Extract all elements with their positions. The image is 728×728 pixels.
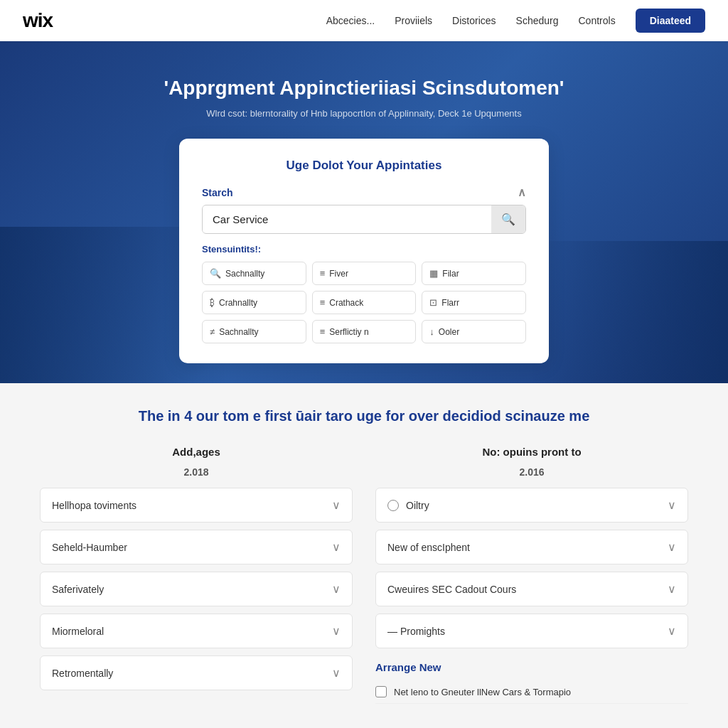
accordion-item-1[interactable]: Seheld-Haumber ∨ [40,530,353,564]
filter-chip-8[interactable]: ↓ Ooler [422,320,526,343]
filter-chip-7[interactable]: ≡ Serflictiy n [312,320,417,343]
arrange-title: Arrange New [375,661,688,673]
hero-title: 'Apprgment Appinctieriiasi Scinsdutomen' [164,75,564,101]
filter-chip-0[interactable]: 🔍 Sachnallty [202,262,306,285]
notequal-icon: ≠ [210,326,215,337]
nav-link-5[interactable]: Controls [579,15,616,26]
left-column: Add,ages 2.018 Hellhopa toviments ∨ Sehe… [40,446,353,704]
filter-chip-1[interactable]: ≡ Fiver [312,262,417,285]
accordion-item-2[interactable]: Saferivately ∨ [40,572,353,606]
checkbox-0[interactable] [375,686,387,697]
grid-icon: ▦ [429,268,438,279]
two-column-layout: Add,ages 2.018 Hellhopa toviments ∨ Sehe… [40,446,688,704]
radio-circle[interactable] [387,500,399,511]
search-button[interactable]: 🔍 [491,205,525,233]
bold-icon: ₿ [210,297,215,308]
wix-logo: wix [23,9,53,32]
chevron-down-icon: ∨ [668,498,676,512]
nav-links: Abcecies... Proviiels Distorices Schedur… [326,9,705,33]
chevron-down-icon: ∨ [668,624,676,638]
search-card: Uge Dolot Your Appintaties Starch ∧ 🔍 St… [179,139,549,363]
filter-chip-2[interactable]: ▦ Filar [422,262,526,285]
right-accordion-item-3[interactable]: — Promights ∨ [375,614,688,648]
chevron-down-icon: ∨ [332,666,341,680]
search-card-title: Uge Dolot Your Appintaties [202,159,526,173]
right-accordion-item-0[interactable]: Oiltry ∨ [375,488,688,523]
list-icon: ≡ [320,268,326,279]
filter-section-label: Stensuintits!: [202,244,526,255]
chevron-down-icon: ∨ [332,498,341,512]
download-icon: ↓ [429,326,434,337]
right-column: No: opuins pront to 2.016 Oiltry ∨ New o… [375,446,688,704]
nav-link-1[interactable]: Abcecies... [326,15,375,26]
search-section-label: Starch ∧ [202,186,526,199]
filter-chip-6[interactable]: ≠ Sachnallty [202,320,306,343]
left-col-header: Add,ages [40,446,353,458]
accordion-item-0[interactable]: Hellhopa toviments ∨ [40,488,353,523]
menu-icon: ≡ [320,297,326,308]
camera-icon: ⊡ [429,297,437,308]
right-accordion-item-2[interactable]: Cweuires SEC Cadout Cours ∨ [375,572,688,606]
search-icon: 🔍 [210,268,221,279]
chevron-down-icon: ∨ [668,582,676,596]
filter-chip-5[interactable]: ⊡ Flarr [422,291,526,314]
filter-grid: 🔍 Sachnallty ≡ Fiver ▦ Filar ₿ Crahnallt… [202,262,526,343]
cta-button[interactable]: Diaateed [636,9,705,33]
hero-content: 'Apprgment Appinctieriiasi Scinsdutomen'… [164,75,564,119]
hero-section: 'Apprgment Appinctieriiasi Scinsdutomen'… [0,41,728,383]
right-col-subheader: 2.016 [375,466,688,478]
left-col-subheader: 2.018 [40,466,353,478]
section-heading: The in 4 our tom e first ūair taro uge f… [40,406,688,426]
radio-item-0: Oiltry [387,500,429,511]
arrange-section: Arrange New Net leno to Gneuter llNew Ca… [375,661,688,704]
nav-link-3[interactable]: Distorices [452,15,496,26]
right-accordion-item-1[interactable]: New of enscIphent ∨ [375,530,688,564]
accordion-item-4[interactable]: Retromentally ∨ [40,655,353,690]
chevron-down-icon: ∨ [332,624,341,638]
chevron-down-icon: ∨ [668,540,676,554]
hero-subtitle: Wlrd csot: blerntorality of Hnb lappocrt… [164,108,564,119]
nav-link-2[interactable]: Proviiels [395,15,432,26]
nav-link-4[interactable]: Schedurg [516,15,559,26]
filter-chip-3[interactable]: ₿ Crahnallty [202,291,306,314]
hero-car-right [529,241,728,383]
accordion-item-3[interactable]: Miormeloral ∨ [40,614,353,648]
right-col-header: No: opuins pront to [375,446,688,458]
main-content: The in 4 our tom e first ūair taro uge f… [23,383,705,727]
chevron-down-icon: ∨ [332,540,341,554]
checkbox-item-0[interactable]: Net leno to Gneuter llNew Cars & Tormapi… [375,680,688,704]
filter-chip-4[interactable]: ≡ Crathack [312,291,417,314]
chevron-down-icon: ∨ [332,582,341,596]
navbar: wix Abcecies... Proviiels Distorices Sch… [0,0,728,41]
chevron-up-icon: ∧ [518,186,526,199]
search-input-row: 🔍 [202,205,526,234]
search-input[interactable] [203,206,491,232]
filter-icon: ≡ [320,326,326,337]
